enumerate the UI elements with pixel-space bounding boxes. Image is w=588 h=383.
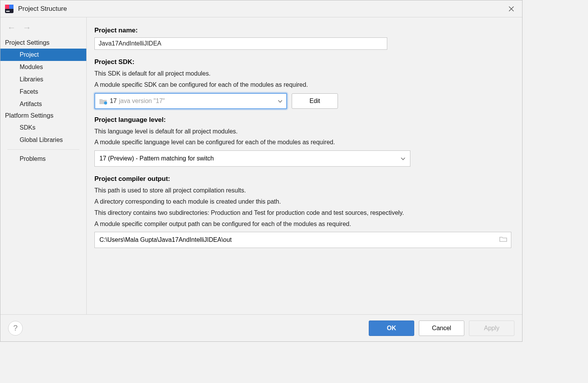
nav-back-icon[interactable]: ← [7, 24, 16, 32]
language-level-desc2: A module specific language level can be … [94, 138, 511, 147]
dialog-title: Project Structure [18, 5, 67, 13]
help-icon: ? [13, 324, 17, 332]
jdk-folder-icon [99, 98, 107, 104]
language-level-value: 17 (Preview) - Pattern matching for swit… [99, 155, 214, 162]
help-button[interactable]: ? [8, 321, 23, 336]
compiler-output-desc4: A module specific compiler output path c… [94, 219, 511, 229]
language-level-desc1: This language level is default for all p… [94, 127, 511, 137]
sidebar-item-label: Project [20, 51, 39, 58]
language-level-combobox[interactable]: 17 (Preview) - Pattern matching for swit… [94, 150, 410, 167]
nav-arrows: ← → [0, 21, 86, 37]
sidebar-item-sdks[interactable]: SDKs [0, 121, 86, 134]
sidebar: ← → Project Settings Project Modules Lib… [0, 17, 87, 314]
intellij-idea-icon [4, 4, 14, 14]
project-panel: Project name: Project SDK: This SDK is d… [87, 17, 522, 314]
sidebar-item-project[interactable]: Project [0, 49, 86, 61]
svg-rect-2 [9, 5, 13, 9]
sidebar-item-artifacts[interactable]: Artifacts [0, 98, 86, 110]
sidebar-item-label: SDKs [20, 124, 35, 131]
content-row: ← → Project Settings Project Modules Lib… [0, 17, 522, 314]
sidebar-item-facets[interactable]: Facets [0, 86, 86, 98]
project-sdk-desc2: A module specific SDK can be configured … [94, 80, 511, 90]
sidebar-item-label: Facets [20, 88, 38, 95]
close-icon[interactable] [504, 3, 518, 15]
dialog-footer: ? OK Cancel Apply [0, 314, 522, 341]
svg-rect-3 [6, 11, 10, 12]
sidebar-divider [7, 149, 79, 150]
nav-forward-icon[interactable]: → [23, 24, 31, 32]
chevron-down-icon [401, 155, 405, 162]
sidebar-item-modules[interactable]: Modules [0, 61, 86, 73]
compiler-output-label: Project compiler output: [94, 175, 511, 183]
browse-folder-icon[interactable] [499, 236, 507, 244]
compiler-output-desc2: A directory corresponding to each module… [94, 197, 511, 207]
sidebar-group-project-settings: Project Settings [0, 37, 86, 49]
chevron-down-icon [278, 98, 282, 105]
title-bar: Project Structure [0, 0, 522, 17]
project-sdk-combobox[interactable]: 17 java version "17" [94, 93, 287, 109]
project-sdk-desc1: This SDK is default for all project modu… [94, 69, 511, 79]
sidebar-item-label: Modules [20, 64, 43, 70]
sidebar-item-global-libraries[interactable]: Global Libraries [0, 134, 86, 146]
compiler-output-desc1: This path is used to store all project c… [94, 186, 511, 196]
edit-sdk-button[interactable]: Edit [292, 93, 338, 109]
ok-button[interactable]: OK [369, 321, 414, 336]
sidebar-item-problems[interactable]: Problems [0, 153, 86, 165]
sdk-row: 17 java version "17" Edit [94, 93, 511, 109]
compiler-output-value: C:\Users\Mala Gupta\Java17AndIntelliJIDE… [99, 236, 232, 243]
sidebar-item-label: Problems [20, 155, 46, 162]
sidebar-group-platform-settings: Platform Settings [0, 110, 86, 121]
compiler-output-desc3: This directory contains two subdirectori… [94, 208, 511, 218]
sidebar-item-libraries[interactable]: Libraries [0, 73, 86, 86]
sdk-subtext: java version "17" [119, 98, 165, 105]
cancel-button[interactable]: Cancel [419, 321, 464, 336]
sdk-version-text: 17 [110, 98, 117, 105]
apply-button[interactable]: Apply [469, 321, 514, 336]
sidebar-item-label: Libraries [20, 76, 43, 83]
sidebar-item-label: Artifacts [20, 101, 42, 107]
compiler-output-field[interactable]: C:\Users\Mala Gupta\Java17AndIntelliJIDE… [94, 232, 511, 248]
project-sdk-label: Project SDK: [94, 58, 511, 66]
svg-point-4 [104, 101, 107, 105]
project-name-label: Project name: [94, 27, 511, 34]
sidebar-item-label: Global Libraries [20, 137, 63, 143]
project-name-input[interactable] [94, 37, 387, 50]
language-level-label: Project language level: [94, 116, 511, 124]
project-structure-dialog: Project Structure ← → Project Settings P… [0, 0, 522, 342]
svg-rect-1 [5, 5, 9, 9]
